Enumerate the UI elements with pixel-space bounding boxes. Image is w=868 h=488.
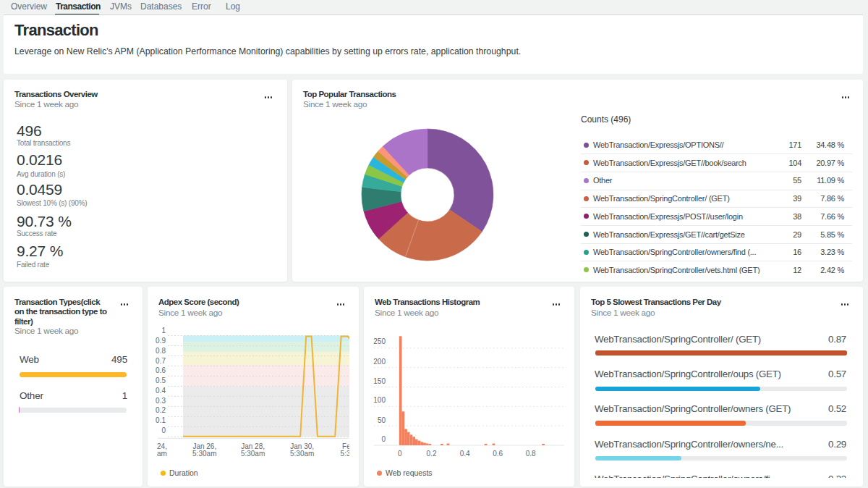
svg-text:0: 0	[381, 435, 386, 443]
svg-text:0: 0	[398, 450, 402, 458]
svg-text:0.7: 0.7	[156, 357, 166, 365]
svg-text:0.4: 0.4	[460, 450, 470, 458]
svg-text:0.6: 0.6	[493, 450, 503, 458]
svg-text:5:30am: 5:30am	[341, 450, 349, 458]
svg-text:5:30am: 5:30am	[290, 450, 314, 458]
svg-text:0.9: 0.9	[156, 337, 166, 345]
svg-text:5:30am: 5:30am	[192, 450, 216, 458]
svg-text:am: am	[157, 450, 167, 458]
svg-text:0.1: 0.1	[156, 416, 166, 424]
svg-text:0.8: 0.8	[156, 347, 166, 355]
svg-text:0.6: 0.6	[156, 366, 166, 374]
svg-text:100: 100	[373, 396, 386, 404]
svg-text:150: 150	[373, 377, 386, 385]
svg-text:0: 0	[161, 426, 166, 434]
svg-text:0.2: 0.2	[156, 406, 166, 414]
svg-text:250: 250	[373, 337, 386, 345]
svg-text:1: 1	[161, 327, 166, 335]
svg-text:200: 200	[373, 358, 386, 366]
svg-text:0.4: 0.4	[156, 387, 166, 395]
svg-text:0.2: 0.2	[427, 450, 437, 458]
svg-text:0.5: 0.5	[156, 376, 166, 384]
svg-text:5:30am: 5:30am	[241, 450, 265, 458]
svg-text:50: 50	[378, 416, 386, 424]
svg-text:0.8: 0.8	[526, 450, 536, 458]
svg-text:0.3: 0.3	[156, 397, 166, 405]
